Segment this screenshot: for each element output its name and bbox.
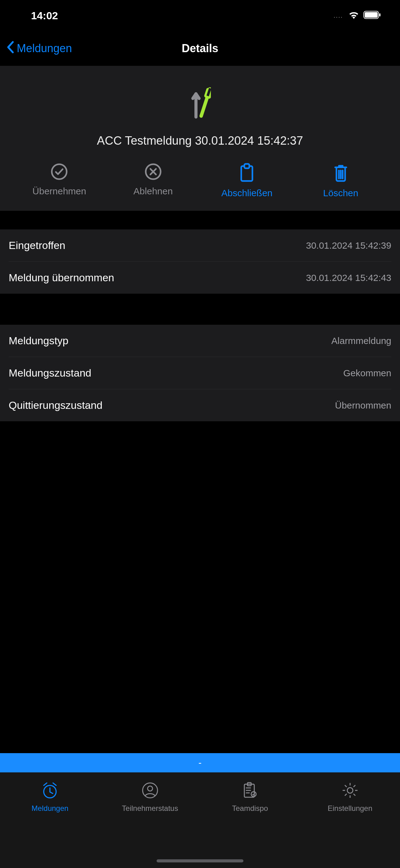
tab-bar: Meldungen Teilnehmerstatus Teamdispo Ein… (0, 772, 400, 868)
row-value: Gekommen (343, 368, 391, 378)
back-label: Meldungen (17, 42, 72, 55)
svg-point-10 (147, 786, 153, 791)
clipboard-icon (238, 163, 256, 183)
tab-label: Teilnehmerstatus (122, 804, 178, 813)
row-label: Meldungstyp (9, 335, 69, 347)
tab-teilnehmerstatus[interactable]: Teilnehmerstatus (100, 781, 200, 813)
row-label: Eingetroffen (9, 239, 65, 251)
list-row: Meldungszustand Gekommen (9, 357, 391, 389)
person-circle-icon (141, 781, 159, 801)
row-value: 30.01.2024 15:42:43 (306, 273, 391, 283)
status-icons: .... (334, 11, 381, 20)
x-circle-icon (144, 163, 162, 182)
action-row: Übernehmen Ablehnen Abschließen Löschen (6, 163, 394, 198)
bottom-banner[interactable]: - (0, 753, 400, 772)
clipboard-check-icon (241, 781, 259, 801)
battery-icon (363, 11, 381, 20)
reject-button: Ablehnen (122, 163, 184, 196)
chevron-left-icon (6, 41, 14, 56)
svg-rect-7 (244, 164, 249, 168)
status-bar: 14:02 .... (0, 0, 400, 31)
row-value: 30.01.2024 15:42:39 (306, 240, 391, 251)
svg-point-14 (347, 787, 353, 793)
row-label: Meldungszustand (9, 367, 92, 379)
list-row: Eingetroffen 30.01.2024 15:42:39 (0, 229, 400, 261)
properties-section: Meldungstyp Alarmmeldung Meldungszustand… (0, 325, 400, 421)
list-row: Meldungstyp Alarmmeldung (0, 325, 400, 357)
alarm-clock-icon (41, 781, 59, 801)
svg-rect-1 (365, 12, 378, 18)
complete-button[interactable]: Abschließen (216, 163, 278, 198)
wifi-icon (348, 11, 359, 20)
timestamps-section: Eingetroffen 30.01.2024 15:42:39 Meldung… (0, 229, 400, 294)
tab-teamdispo[interactable]: Teamdispo (200, 781, 300, 813)
row-label: Quittierungszustand (9, 399, 102, 411)
accept-button: Übernehmen (28, 163, 90, 196)
status-time: 14:02 (31, 10, 58, 22)
list-row: Quittierungszustand Übernommen (9, 389, 391, 421)
tab-label: Meldungen (32, 804, 69, 813)
list-row: Meldung übernommen 30.01.2024 15:42:43 (9, 261, 391, 294)
detail-title: ACC Testmeldung 30.01.2024 15:42:37 (6, 134, 394, 148)
back-button[interactable]: Meldungen (6, 41, 72, 56)
home-indicator[interactable] (157, 859, 243, 862)
detail-header: ACC Testmeldung 30.01.2024 15:42:37 Über… (0, 66, 400, 211)
tab-label: Teamdispo (232, 804, 268, 813)
tab-einstellungen[interactable]: Einstellungen (300, 781, 400, 813)
accept-label: Übernehmen (33, 186, 86, 196)
tab-label: Einstellungen (328, 804, 372, 813)
banner-text: - (198, 757, 202, 768)
nav-bar: Meldungen Details (0, 31, 400, 66)
complete-label: Abschließen (222, 188, 272, 198)
row-label: Meldung übernommen (9, 272, 114, 284)
delete-label: Löschen (323, 188, 358, 198)
tab-meldungen[interactable]: Meldungen (0, 781, 100, 813)
check-circle-icon (51, 163, 68, 182)
reject-label: Ablehnen (133, 186, 173, 196)
cellular-dots-icon: .... (334, 12, 343, 19)
row-value: Übernommen (335, 400, 391, 411)
svg-rect-2 (379, 13, 380, 17)
row-value: Alarmmeldung (331, 336, 391, 346)
svg-point-4 (52, 164, 67, 179)
trash-icon (332, 163, 349, 183)
message-type-icon (6, 85, 394, 119)
gear-icon (341, 781, 359, 801)
delete-button[interactable]: Löschen (310, 163, 372, 198)
